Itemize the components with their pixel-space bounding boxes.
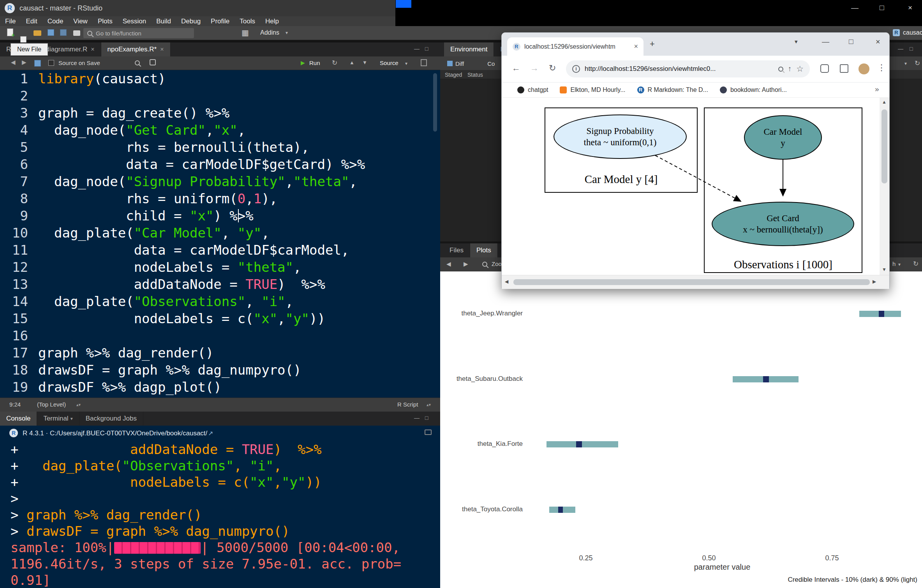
scroll-left-icon[interactable]: ◀: [505, 279, 508, 284]
next-plot-icon[interactable]: ▶: [464, 261, 468, 268]
zoom-icon[interactable]: [482, 262, 487, 267]
run-play-icon[interactable]: ▶: [301, 60, 305, 66]
chevron-updown-icon[interactable]: ▴▾: [427, 402, 431, 407]
menu-help[interactable]: Help: [260, 16, 284, 26]
menu-tools[interactable]: Tools: [234, 16, 260, 26]
kebab-menu-icon[interactable]: ⋮: [877, 63, 886, 73]
menu-profile[interactable]: Profile: [206, 16, 234, 26]
open-file-icon[interactable]: [33, 30, 41, 36]
diff-button[interactable]: Diff: [443, 58, 468, 69]
maximize-pane-icon[interactable]: □: [425, 46, 428, 52]
tab-search-icon[interactable]: ▾: [795, 38, 798, 45]
maximize-pane-icon[interactable]: □: [910, 46, 913, 52]
editor-code[interactable]: 1library(causact)23graph = dag_create() …: [0, 70, 440, 398]
new-file-icon[interactable]: +: [7, 28, 13, 36]
tab-environment[interactable]: Environment: [444, 42, 494, 56]
maximize-pane-icon[interactable]: □: [425, 415, 428, 421]
save-all-icon[interactable]: [60, 29, 67, 36]
tab-plots[interactable]: Plots: [470, 243, 498, 257]
source-button[interactable]: Source: [380, 60, 398, 66]
publish-button[interactable]: h: [892, 261, 896, 267]
minimize-icon[interactable]: —: [851, 2, 859, 13]
scroll-down-icon[interactable]: ▼: [882, 267, 887, 272]
back-icon[interactable]: ◀: [11, 59, 16, 66]
print-icon[interactable]: [73, 30, 80, 36]
h-scroll-thumb[interactable]: [513, 279, 870, 285]
maximize-icon[interactable]: □: [880, 2, 884, 13]
file-type-selector[interactable]: R Script: [397, 401, 418, 408]
h-scrollbar[interactable]: ◀ ▶: [502, 275, 889, 289]
browser-tab[interactable]: R localhost:15296/session/viewhtm ×: [507, 37, 643, 56]
refresh-plot-icon[interactable]: ↻: [913, 260, 918, 268]
tab-background-jobs[interactable]: Background Jobs: [79, 412, 143, 426]
v-scroll-thumb[interactable]: [881, 109, 887, 183]
bookmark[interactable]: Elkton, MD Hourly...: [560, 86, 625, 93]
side-panel-icon[interactable]: [840, 64, 848, 73]
editor-scrollbar[interactable]: [433, 73, 437, 132]
bookmark[interactable]: chatgpt: [517, 86, 548, 93]
scope-selector[interactable]: (Top Level): [37, 401, 66, 408]
save-icon[interactable]: [48, 29, 54, 36]
menu-session[interactable]: Session: [118, 16, 151, 26]
chevron-updown-icon[interactable]: ▴▾: [76, 402, 81, 407]
commit-button[interactable]: Co: [483, 58, 499, 69]
clear-console-icon[interactable]: [425, 430, 432, 435]
tab-close-icon[interactable]: ×: [634, 42, 638, 51]
zoom-icon[interactable]: [778, 67, 783, 72]
menu-plots[interactable]: Plots: [93, 16, 118, 26]
menu-debug[interactable]: Debug: [176, 16, 206, 26]
chevron-down-icon[interactable]: ▾: [904, 61, 907, 66]
minimize-pane-icon[interactable]: —: [414, 46, 420, 52]
extensions-puzzle-icon[interactable]: [820, 64, 829, 73]
panes-grid-icon[interactable]: ▦: [242, 28, 249, 37]
chevron-down-icon[interactable]: ▾: [286, 30, 288, 35]
new-tab-icon[interactable]: +: [650, 39, 655, 49]
chevron-down-icon[interactable]: ▾: [71, 412, 73, 426]
menu-edit[interactable]: Edit: [21, 16, 42, 26]
goto-file-input[interactable]: Go to file/function: [83, 28, 194, 38]
menu-build[interactable]: Build: [151, 16, 176, 26]
previous-plot-icon[interactable]: ◀: [446, 261, 451, 268]
tab-close-icon[interactable]: ×: [160, 42, 164, 56]
tab-console[interactable]: Console: [0, 412, 37, 426]
chevron-down-icon[interactable]: ▾: [898, 262, 901, 267]
bookmark[interactable]: bookdown: Authori...: [720, 86, 787, 93]
close-icon[interactable]: ×: [876, 37, 880, 46]
tab-files[interactable]: Files: [443, 243, 470, 257]
minimize-icon[interactable]: —: [822, 37, 829, 46]
zoom-label[interactable]: Zoo: [492, 261, 502, 267]
minimize-pane-icon[interactable]: —: [414, 415, 420, 421]
addins-button[interactable]: Addins: [260, 29, 279, 36]
tab-terminal[interactable]: Terminal▾: [37, 412, 79, 426]
bookmarks-overflow-icon[interactable]: »: [875, 85, 879, 93]
chevron-down-icon[interactable]: ▾: [405, 61, 407, 66]
forward-icon[interactable]: →: [530, 63, 539, 74]
external-link-icon[interactable]: ↗: [208, 430, 213, 437]
close-icon[interactable]: ×: [908, 2, 912, 13]
console[interactable]: R R 4.3.1 · C:/Users/ajf.BUEC-0T00TVX/On…: [0, 426, 440, 588]
rerun-icon[interactable]: ↻: [332, 59, 337, 67]
back-icon[interactable]: ←: [512, 63, 520, 74]
code-tools-icon[interactable]: [150, 59, 156, 65]
scroll-up-icon[interactable]: ▲: [882, 99, 887, 105]
project-menu[interactable]: causact: [903, 29, 922, 36]
v-scrollbar[interactable]: ▲ ▼: [880, 98, 889, 275]
cursor-position[interactable]: 9:24: [9, 401, 21, 408]
scroll-right-icon[interactable]: ▶: [873, 279, 876, 284]
minimize-pane-icon[interactable]: —: [898, 46, 903, 52]
menu-code[interactable]: Code: [42, 16, 69, 26]
tab-close-icon[interactable]: ×: [91, 42, 94, 56]
up-arrow-icon[interactable]: ▲: [349, 60, 354, 65]
forward-icon[interactable]: ▶: [22, 59, 26, 66]
bookmark-star-icon[interactable]: ☆: [796, 64, 804, 74]
down-arrow-icon[interactable]: ▼: [362, 60, 367, 65]
document-outline-icon[interactable]: [421, 59, 427, 66]
share-icon[interactable]: ↑: [788, 65, 792, 73]
bookmark[interactable]: RR Markdown: The D...: [637, 86, 708, 93]
menu-view[interactable]: View: [68, 16, 93, 26]
profile-avatar[interactable]: [859, 63, 869, 74]
find-replace-icon[interactable]: [135, 60, 140, 65]
reload-icon[interactable]: ↻: [549, 63, 556, 74]
maximize-icon[interactable]: □: [849, 37, 853, 46]
run-button[interactable]: Run: [309, 60, 320, 66]
